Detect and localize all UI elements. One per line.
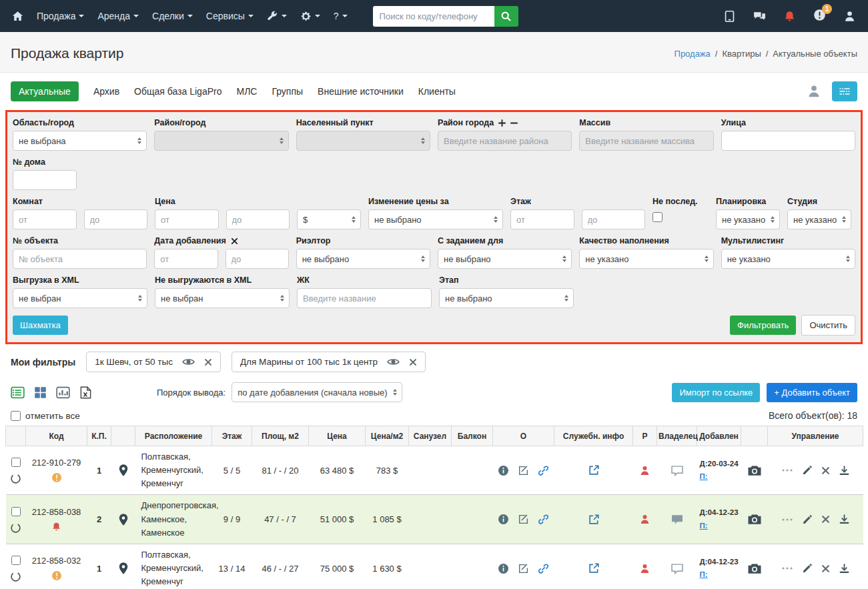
floor-to-input[interactable] xyxy=(582,209,646,229)
chat-icon[interactable] xyxy=(753,10,766,23)
col-owner[interactable]: Владелец xyxy=(657,426,697,446)
district-select[interactable] xyxy=(154,131,288,151)
pencil-icon[interactable] xyxy=(802,514,813,525)
camera-icon[interactable] xyxy=(747,513,762,526)
owner-person-icon[interactable] xyxy=(639,563,650,574)
owner-person-icon[interactable] xyxy=(639,465,650,476)
col-o[interactable]: О xyxy=(493,426,554,446)
link-icon[interactable] xyxy=(538,563,549,574)
city-district-input[interactable] xyxy=(438,131,572,151)
comment-filled-icon[interactable] xyxy=(671,514,684,525)
chess-button[interactable]: Шахматка xyxy=(13,316,68,335)
download-icon[interactable] xyxy=(839,514,850,525)
bell-icon[interactable] xyxy=(783,10,796,23)
menu-servisy[interactable]: Сервисы xyxy=(206,11,254,21)
published-link[interactable]: П: xyxy=(700,470,739,484)
filter-chip-label[interactable]: Для Марины от 100 тыс 1к центр xyxy=(240,357,378,367)
menu-sdelki[interactable]: Сделки xyxy=(152,11,193,21)
row-select-checkbox[interactable] xyxy=(11,458,21,467)
tab-aktualnye[interactable]: Актуальные xyxy=(11,81,79,101)
tab-obshchaya-baza[interactable]: Общая база LigaPro xyxy=(134,81,222,101)
camera-icon[interactable] xyxy=(747,464,762,477)
row-select-checkbox[interactable] xyxy=(11,556,21,565)
eye-icon[interactable] xyxy=(182,358,195,366)
search-input[interactable] xyxy=(373,6,494,27)
delete-icon[interactable] xyxy=(821,564,830,573)
massiv-input[interactable] xyxy=(579,131,713,151)
published-link[interactable]: П: xyxy=(700,568,739,582)
map-pin-icon[interactable] xyxy=(117,513,130,526)
owner-person-icon[interactable] xyxy=(639,514,650,525)
order-select[interactable]: по дате добавления (сначала новые) xyxy=(232,382,402,402)
device-icon[interactable] xyxy=(723,10,736,23)
excel-export-icon[interactable] xyxy=(79,386,93,399)
status-circle-icon[interactable] xyxy=(10,571,21,582)
col-location[interactable]: Расположение xyxy=(135,426,212,446)
grid-view-icon[interactable] xyxy=(33,386,47,399)
settlement-select[interactable] xyxy=(296,131,430,151)
price-change-select[interactable]: не выбрано xyxy=(368,209,503,229)
status-circle-icon[interactable] xyxy=(10,473,21,484)
col-bathroom[interactable]: Санузел xyxy=(409,426,452,446)
external-link-icon[interactable] xyxy=(588,514,600,526)
price-to-input[interactable] xyxy=(226,209,290,229)
task-for-select[interactable]: не выбрано xyxy=(438,249,572,269)
date-from-input[interactable] xyxy=(154,249,218,269)
col-price[interactable]: Цена xyxy=(309,426,366,446)
tools-menu[interactable] xyxy=(267,11,287,22)
row-select-checkbox[interactable] xyxy=(11,507,21,516)
col-kp[interactable]: К.П. xyxy=(87,426,111,446)
user-icon[interactable] xyxy=(807,84,821,99)
eye-icon[interactable] xyxy=(387,358,400,366)
col-floor[interactable]: Этаж xyxy=(212,426,252,446)
region-select[interactable]: не выбрана xyxy=(13,131,147,151)
search-button[interactable] xyxy=(494,6,518,27)
comment-icon[interactable] xyxy=(671,465,684,476)
clear-button[interactable]: Очистить xyxy=(801,315,855,336)
info-icon[interactable] xyxy=(498,514,509,525)
currency-select[interactable]: $ xyxy=(297,209,361,229)
complex-input[interactable] xyxy=(297,288,432,308)
published-link[interactable]: П: xyxy=(700,520,739,533)
object-code[interactable]: 212-858-032 xyxy=(28,556,85,566)
not-last-checkbox[interactable] xyxy=(653,212,663,222)
download-icon[interactable] xyxy=(839,563,850,574)
col-r[interactable]: Р xyxy=(633,426,657,446)
comment-icon[interactable] xyxy=(671,563,684,574)
rooms-from-input[interactable] xyxy=(13,209,77,229)
warning-icon[interactable] xyxy=(51,570,62,581)
tab-mls[interactable]: МЛС xyxy=(236,81,257,101)
info-icon[interactable] xyxy=(498,563,509,574)
remove-district-icon[interactable] xyxy=(510,119,518,127)
delete-icon[interactable] xyxy=(821,515,830,524)
alerts-indicator[interactable]: 1 xyxy=(813,9,826,24)
pencil-icon[interactable] xyxy=(802,563,813,574)
status-circle-icon[interactable] xyxy=(10,522,21,534)
bell-alert-icon[interactable] xyxy=(51,522,61,532)
multilisting-select[interactable]: не указано xyxy=(721,249,855,269)
realtor-select[interactable]: не выбрано xyxy=(296,249,430,269)
object-code[interactable]: 212-858-038 xyxy=(28,507,85,517)
xml-no-export-select[interactable]: не выбран xyxy=(155,288,290,308)
price-from-input[interactable] xyxy=(155,209,219,229)
quality-select[interactable]: не указано xyxy=(579,249,713,269)
rooms-to-input[interactable] xyxy=(84,209,148,229)
col-added[interactable]: Добавлен xyxy=(697,426,741,446)
xml-export-select[interactable]: не выбран xyxy=(13,288,147,308)
remove-filter-icon[interactable] xyxy=(409,358,417,366)
map-pin-icon[interactable] xyxy=(117,562,130,575)
link-icon[interactable] xyxy=(538,465,549,476)
col-area[interactable]: Площ, м2 xyxy=(252,426,309,446)
layout-select[interactable]: не указано xyxy=(716,209,780,229)
col-code[interactable]: Код xyxy=(26,426,87,446)
settings-menu[interactable] xyxy=(300,11,320,22)
import-by-link-button[interactable]: Импорт по ссылке xyxy=(672,383,760,402)
edit-icon[interactable] xyxy=(518,465,529,476)
add-district-icon[interactable] xyxy=(498,119,506,127)
more-actions-icon[interactable] xyxy=(781,518,793,522)
object-code[interactable]: 212-910-279 xyxy=(28,458,85,468)
floor-from-input[interactable] xyxy=(510,209,574,229)
menu-arenda[interactable]: Аренда xyxy=(97,11,139,21)
help-menu[interactable]: ? xyxy=(334,11,348,21)
delete-icon[interactable] xyxy=(821,466,830,475)
